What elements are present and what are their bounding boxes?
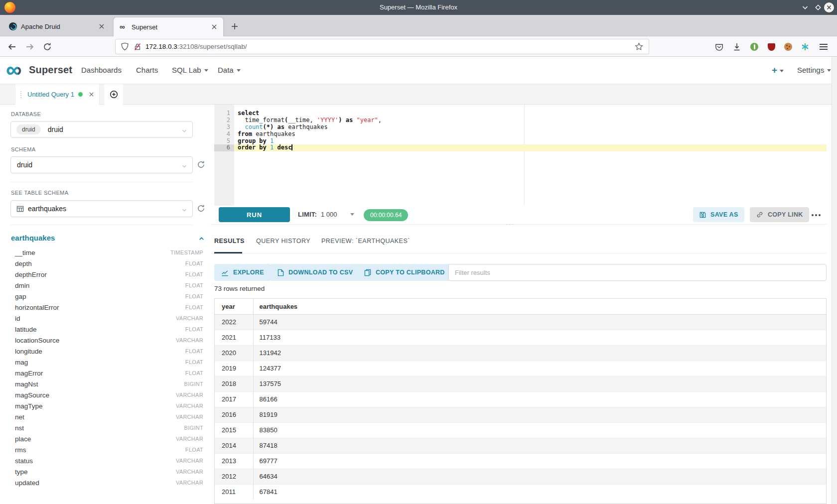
url-text[interactable]: 172.18.0.3:32108/superset/sqllab/ (145, 43, 247, 50)
code-line[interactable]: group by 1 (234, 138, 827, 145)
column-row[interactable]: magSourceVARCHAR (4, 389, 203, 400)
new-tab-button[interactable] (228, 20, 241, 33)
pocket-icon[interactable] (713, 41, 724, 52)
column-header-year[interactable]: year (215, 299, 253, 314)
table-row: 201583850 (215, 422, 826, 438)
drag-handle-icon[interactable] (20, 91, 21, 92)
window-close-button[interactable] (823, 1, 835, 13)
limit-dropdown[interactable]: LIMIT: 1 000 (298, 211, 354, 218)
table-row: 201681919 (215, 407, 826, 422)
column-row[interactable]: magTypeVARCHAR (4, 400, 203, 411)
code-line[interactable]: order by 1 desc (234, 144, 827, 151)
column-row[interactable]: magErrorFLOAT (4, 368, 203, 378)
bookmark-star-icon[interactable] (635, 42, 643, 51)
reload-button[interactable] (42, 41, 53, 52)
column-row[interactable]: magFLOAT (4, 357, 203, 368)
column-row[interactable]: rmsFLOAT (4, 444, 203, 455)
nav-item-data[interactable]: Data (218, 66, 241, 74)
column-row[interactable]: updatedVARCHAR (4, 477, 203, 488)
cookie-extension-icon[interactable] (783, 41, 794, 52)
sql-editor[interactable]: 123456 select time_format(__time, 'YYYY'… (214, 105, 827, 206)
column-row[interactable]: locationSourceVARCHAR (4, 335, 203, 346)
add-new-button[interactable]: + (772, 65, 784, 76)
column-row[interactable]: statusVARCHAR (4, 455, 203, 466)
column-row[interactable]: dminFLOAT (4, 280, 203, 291)
chevron-down-icon (181, 127, 187, 136)
editor-code-area[interactable]: select time_format(__time, 'YYYY') as "y… (234, 105, 827, 206)
query-tab-active[interactable]: Untitled Query 1 (15, 84, 100, 105)
table-select[interactable]: earthquakes (10, 200, 193, 217)
tab-query-history[interactable]: QUERY HISTORY (256, 238, 310, 245)
code-line[interactable]: count(*) as earthquakes (234, 124, 827, 131)
sqllab-left-sidebar: DATABASE druid druid SCHEMA druid SEE TA… (4, 105, 211, 504)
browser-tab-superset[interactable]: ∞ Superset (114, 17, 223, 36)
column-row[interactable]: magNstBIGINT (4, 378, 203, 389)
window-titlebar[interactable]: Superset — Mozilla Firefox (0, 0, 837, 15)
query-tab-close-icon[interactable] (89, 92, 94, 97)
download-csv-button[interactable]: DOWNLOAD TO CSV (271, 264, 360, 281)
refresh-schema-icon[interactable] (197, 160, 206, 169)
column-row[interactable]: horizontalErrorFLOAT (4, 302, 203, 313)
database-select[interactable]: druid druid (10, 121, 193, 138)
downloads-icon[interactable] (731, 41, 742, 52)
column-row[interactable]: latitudeFLOAT (4, 324, 203, 335)
column-row[interactable]: depthFLOAT (4, 258, 203, 269)
back-button[interactable] (6, 41, 17, 52)
column-name: rms (15, 446, 26, 454)
code-line[interactable]: select (234, 110, 827, 117)
extension-green-icon[interactable] (749, 41, 760, 52)
column-row[interactable]: longitudeFLOAT (4, 346, 203, 357)
save-as-button[interactable]: SAVE AS (693, 207, 744, 222)
settings-menu[interactable]: Settings (797, 66, 831, 74)
column-row[interactable]: netVARCHAR (4, 411, 203, 422)
schema-select[interactable]: druid (10, 156, 193, 173)
tab-results[interactable]: RESULTS (214, 238, 245, 245)
nav-item-charts[interactable]: Charts (136, 66, 158, 74)
refresh-tables-icon[interactable] (197, 204, 206, 213)
column-header-earthquakes[interactable]: earthquakes (253, 299, 826, 314)
window-minimize-button[interactable] (799, 1, 811, 13)
nav-item-dashboards[interactable]: Dashboards (81, 66, 122, 74)
window-maximize-button[interactable] (812, 1, 824, 13)
copy-link-button[interactable]: COPY LINK (750, 207, 809, 222)
table-row: 2020131942 (215, 345, 826, 361)
shield-icon[interactable] (121, 42, 129, 51)
browser-tab-druid[interactable]: Apache Druid (4, 17, 111, 35)
column-type: VARCHAR (176, 469, 203, 475)
add-query-tab-button[interactable] (104, 84, 123, 105)
insecure-lock-icon[interactable] (134, 43, 141, 51)
tab-close-icon[interactable] (99, 23, 105, 29)
application-window: Superset — Mozilla Firefox Apache Druid … (0, 0, 837, 504)
column-row[interactable]: nstBIGINT (4, 422, 203, 433)
column-row[interactable]: placeVARCHAR (4, 433, 203, 444)
tab-close-icon[interactable] (211, 24, 217, 30)
run-button[interactable]: RUN (219, 207, 290, 222)
forward-button[interactable] (24, 41, 35, 52)
column-row[interactable]: gapFLOAT (4, 291, 203, 302)
code-line[interactable]: time_format(__time, 'YYYY') as "year", (234, 117, 827, 124)
column-row[interactable]: idVARCHAR (4, 313, 203, 324)
explore-button[interactable]: EXPLORE (214, 264, 271, 281)
ublock-extension-icon[interactable] (766, 41, 777, 52)
nav-item-sql-lab[interactable]: SQL Lab (172, 66, 208, 74)
copy-clipboard-button[interactable]: COPY TO CLIPBOARD (357, 264, 452, 281)
column-row[interactable]: __timeTIMESTAMP (4, 247, 203, 258)
table-row: 202259744 (215, 314, 826, 330)
code-line[interactable]: from earthquakes (234, 131, 827, 138)
collapse-table-icon[interactable] (198, 235, 205, 242)
url-bar[interactable]: 172.18.0.3:32108/superset/sqllab/ (116, 39, 649, 54)
results-table: year earthquakes 20225974420211171332020… (215, 299, 826, 500)
limit-value: 1 000 (321, 211, 337, 218)
more-options-icon[interactable] (808, 210, 825, 221)
tab-preview-earthquakes[interactable]: PREVIEW: `EARTHQUAKES` (321, 238, 410, 245)
table-name-heading[interactable]: earthquakes (11, 234, 55, 242)
superset-navbar: ∞∞ Superset Dashboards Charts SQL Lab Da… (0, 57, 837, 84)
column-row[interactable]: typeVARCHAR (4, 466, 203, 477)
column-name: magError (15, 370, 43, 377)
page-scrollbar[interactable] (832, 57, 837, 504)
filter-results-input[interactable] (448, 264, 827, 281)
menu-hamburger-icon[interactable] (818, 41, 829, 52)
superset-brand[interactable]: Superset (29, 64, 72, 76)
column-row[interactable]: depthErrorFLOAT (4, 269, 203, 280)
asterisk-extension-icon[interactable] (800, 41, 811, 52)
